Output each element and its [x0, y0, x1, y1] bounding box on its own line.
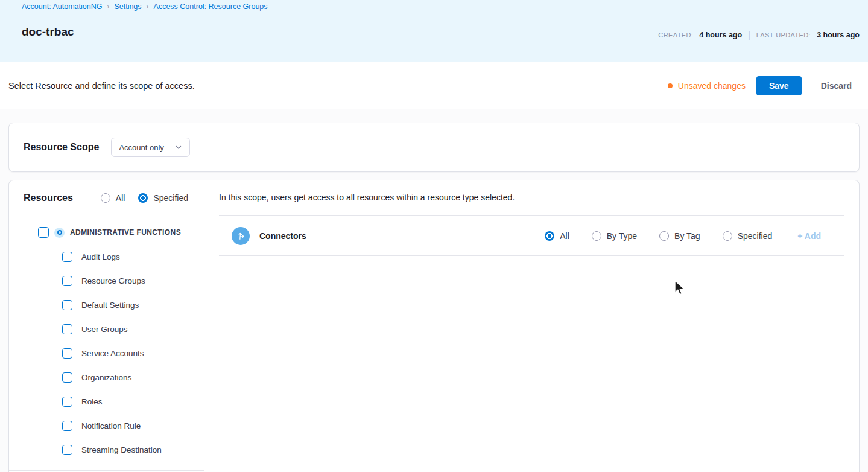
- connector-icon: [232, 227, 250, 245]
- group-label: ADMINISTRATIVE FUNCTIONS: [70, 228, 181, 237]
- radio-icon: [723, 231, 732, 241]
- radio-label: All: [560, 231, 569, 241]
- item-label: User Groups: [81, 325, 128, 334]
- group-administrative-functions[interactable]: ADMINISTRATIVE FUNCTIONS: [9, 224, 204, 241]
- list-item-organizations[interactable]: Organizations: [9, 365, 204, 389]
- resource-row-connectors: Connectors All By Type By Tag Specified: [219, 215, 844, 256]
- item-label: Streaming Destination: [81, 445, 162, 454]
- breadcrumb-separator: ›: [107, 2, 109, 11]
- radio-label: By Tag: [674, 231, 700, 241]
- save-button[interactable]: Save: [756, 76, 802, 95]
- page-title: doc-trbac: [22, 25, 74, 39]
- created-label: CREATED:: [658, 31, 693, 39]
- resources-mode-all-radio[interactable]: All: [101, 193, 125, 203]
- breadcrumb: Account: AutomationNG › Settings › Acces…: [22, 2, 268, 11]
- unsaved-changes-status: Unsaved changes: [668, 81, 746, 91]
- item-label: Organizations: [81, 373, 131, 382]
- resource-scope-label: Resource Scope: [24, 142, 99, 153]
- radio-label: By Type: [607, 231, 637, 241]
- resources-body-card: Resources All Specified ADMINISTRATIVE F…: [8, 180, 860, 472]
- radio-label: Specified: [738, 231, 773, 241]
- resource-scope-card: Resource Scope Account only: [8, 123, 860, 172]
- last-updated-value: 3 hours ago: [817, 31, 860, 39]
- connectors-specified-radio[interactable]: Specified: [723, 231, 773, 241]
- created-value: 4 hours ago: [699, 31, 742, 39]
- unsaved-changes-label: Unsaved changes: [678, 81, 746, 91]
- breadcrumb-resource-groups-link[interactable]: Access Control: Resource Groups: [154, 2, 268, 11]
- item-label: Service Accounts: [81, 349, 144, 358]
- list-item-streaming-destination[interactable]: Streaming Destination: [9, 438, 204, 462]
- list-item-resource-groups[interactable]: Resource Groups: [9, 269, 204, 293]
- item-checkbox[interactable]: [62, 348, 72, 359]
- resources-mode-radio-group: All Specified: [101, 193, 188, 203]
- item-checkbox[interactable]: [62, 276, 72, 286]
- radio-icon: [545, 231, 554, 241]
- radio-label: All: [116, 193, 125, 203]
- unsaved-dot-icon: [668, 83, 673, 88]
- last-updated-label: LAST UPDATED:: [756, 31, 811, 39]
- scope-detail-panel: In this scope, users get access to all r…: [204, 180, 859, 472]
- resources-tree: ADMINISTRATIVE FUNCTIONS Audit Logs Reso…: [9, 224, 204, 471]
- item-checkbox[interactable]: [62, 252, 72, 262]
- group-collapse-icon[interactable]: [54, 228, 65, 238]
- item-label: Audit Logs: [81, 252, 120, 261]
- scope-note: In this scope, users get access to all r…: [219, 193, 844, 202]
- breadcrumb-separator: ›: [147, 2, 149, 11]
- item-checkbox[interactable]: [62, 372, 72, 383]
- header-meta: CREATED: 4 hours ago | LAST UPDATED: 3 h…: [658, 30, 860, 40]
- item-checkbox[interactable]: [62, 397, 72, 407]
- connectors-access-radio-group: All By Type By Tag Specified: [545, 231, 772, 241]
- radio-icon: [659, 231, 669, 241]
- radio-icon: [592, 231, 601, 241]
- list-item-service-accounts[interactable]: Service Accounts: [9, 341, 204, 365]
- item-checkbox[interactable]: [62, 300, 72, 310]
- resources-mode-specified-radio[interactable]: Specified: [138, 193, 188, 203]
- connectors-all-radio[interactable]: All: [545, 231, 569, 241]
- radio-icon: [138, 193, 148, 203]
- chevron-down-icon: [175, 144, 182, 151]
- item-label: Resource Groups: [81, 276, 145, 285]
- item-checkbox[interactable]: [62, 445, 72, 455]
- resource-row-name: Connectors: [259, 231, 306, 241]
- item-checkbox[interactable]: [62, 421, 72, 431]
- resources-header: Resources All Specified: [9, 193, 204, 203]
- connectors-by-type-radio[interactable]: By Type: [592, 231, 637, 241]
- list-item-notification-rule[interactable]: Notification Rule: [9, 413, 204, 438]
- page-header: Account: AutomationNG › Settings › Acces…: [0, 0, 868, 62]
- item-label: Notification Rule: [81, 421, 141, 430]
- connectors-by-tag-radio[interactable]: By Tag: [659, 231, 700, 241]
- list-item-audit-logs[interactable]: Audit Logs: [9, 244, 204, 269]
- item-label: Default Settings: [81, 301, 139, 310]
- group-checkbox[interactable]: [38, 227, 49, 238]
- item-checkbox[interactable]: [62, 324, 72, 334]
- resource-scope-dropdown[interactable]: Account only: [111, 138, 190, 157]
- resources-left-panel: Resources All Specified ADMINISTRATIVE F…: [9, 180, 204, 472]
- discard-button[interactable]: Discard: [821, 81, 852, 91]
- resources-title: Resources: [24, 193, 73, 203]
- add-resources-link[interactable]: + Add: [797, 231, 821, 241]
- meta-divider: |: [748, 30, 750, 40]
- resource-scope-selected-value: Account only: [119, 143, 163, 152]
- breadcrumb-settings-link[interactable]: Settings: [114, 2, 141, 11]
- action-toolbar: Select Resource and define its scope of …: [0, 62, 868, 109]
- toolbar-actions: Unsaved changes Save Discard: [668, 76, 852, 95]
- list-divider: [9, 470, 204, 471]
- resource-type-list: Audit Logs Resource Groups Default Setti…: [9, 244, 204, 462]
- item-label: Roles: [81, 397, 103, 406]
- toolbar-description: Select Resource and define its scope of …: [8, 81, 195, 91]
- radio-label: Specified: [153, 193, 188, 203]
- radio-icon: [101, 193, 110, 203]
- breadcrumb-account-link[interactable]: Account: AutomationNG: [22, 2, 102, 11]
- list-item-default-settings[interactable]: Default Settings: [9, 293, 204, 317]
- list-item-roles[interactable]: Roles: [9, 389, 204, 413]
- list-item-user-groups[interactable]: User Groups: [9, 317, 204, 341]
